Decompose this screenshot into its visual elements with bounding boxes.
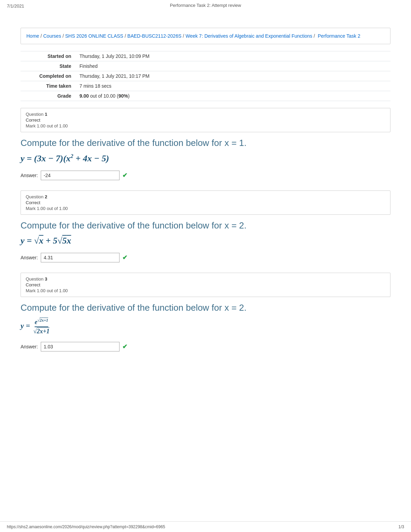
question-1-box: Question 1 Correct Mark 1.00 out of 1.00 (21, 108, 390, 132)
question-1-number: 1 (45, 112, 47, 117)
question-1-correct-icon: ✔ (122, 172, 127, 179)
question-3-formula: y = e√2x+1 √2x+1 (21, 318, 390, 335)
breadcrumb-sep-5: / (314, 32, 315, 40)
footer-url: https://shs2.amaesonline.com/2026/mod/qu… (7, 524, 165, 529)
grade-strong: 9.00 (79, 93, 89, 99)
question-3-box: Question 3 Correct Mark 1.00 out of 1.00 (21, 273, 390, 297)
question-1-formula: y = (3x − 7)(x2 + 4x − 5) (21, 153, 390, 164)
question-1-mark: Mark 1.00 out of 1.00 (26, 123, 385, 128)
question-2-answer-input[interactable] (41, 253, 120, 262)
question-3-title: Compute for the derivative of the functi… (21, 302, 390, 313)
question-3-answer-label: Answer: (21, 344, 38, 349)
breadcrumb-sep-1: / (40, 32, 42, 40)
question-1-answer-label: Answer: (21, 173, 38, 178)
question-1-label: Question 1 (26, 112, 385, 117)
question-3-prefix: Question (26, 276, 43, 282)
question-1-answer-input[interactable] (41, 171, 120, 180)
question-3-label: Question 3 (26, 276, 385, 282)
started-label: Started on (21, 51, 75, 61)
info-table: Started on Thursday, 1 July 2021, 10:09 … (21, 51, 390, 101)
question-2-answer-label: Answer: (21, 255, 38, 260)
footer-page: 1/3 (398, 524, 404, 529)
question-1-answer-row: Answer: ✔ (21, 171, 390, 180)
time-label: Time taken (21, 81, 75, 91)
question-3-answer-input[interactable] (41, 342, 120, 351)
breadcrumb-section: Home / Courses / SHS 2026 ONLINE CLASS /… (21, 28, 390, 44)
question-2-mark: Mark 1.00 out of 1.00 (26, 206, 385, 211)
info-started-row: Started on Thursday, 1 July 2021, 10:09 … (21, 51, 390, 61)
started-value: Thursday, 1 July 2021, 10:09 PM (75, 51, 390, 61)
question-3-status: Correct (26, 282, 385, 287)
time-value: 7 mins 18 secs (75, 81, 390, 91)
top-bar: 7/1/2021 Performance Task 2: Attempt rev… (0, 0, 411, 11)
question-1-title: Compute for the derivative of the functi… (21, 138, 390, 148)
question-2-title: Compute for the derivative of the functi… (21, 220, 390, 231)
info-completed-row: Completed on Thursday, 1 July 2021, 10:1… (21, 71, 390, 81)
info-grade-row: Grade 9.00 out of 10.00 (90%) (21, 91, 390, 101)
question-1-status: Correct (26, 117, 385, 123)
question-1-content: Compute for the derivative of the functi… (21, 138, 390, 180)
info-state-row: State Finished (21, 61, 390, 71)
breadcrumb-week[interactable]: Week 7: Derivatives of Algebraic and Exp… (186, 32, 312, 40)
completed-label: Completed on (21, 71, 75, 81)
breadcrumb-courses[interactable]: Courses (43, 32, 61, 40)
question-2-number: 2 (45, 194, 47, 199)
question-2-label: Question 2 (26, 194, 385, 199)
question-2-box: Question 2 Correct Mark 1.00 out of 1.00 (21, 190, 390, 215)
question-2-answer-row: Answer: ✔ (21, 253, 390, 262)
page-date: 7/1/2021 (7, 3, 24, 9)
question-2-status: Correct (26, 200, 385, 205)
question-3-answer-row: Answer: ✔ (21, 342, 390, 351)
info-time-row: Time taken 7 mins 18 secs (21, 81, 390, 91)
question-2-formula: y = √x + 5√5x (21, 236, 390, 246)
breadcrumb-sep-2: / (62, 32, 64, 40)
grade-value: 9.00 out of 10.00 (90%) (75, 91, 390, 101)
grade-label: Grade (21, 91, 75, 101)
state-label: State (21, 61, 75, 71)
state-value: Finished (75, 61, 390, 71)
question-2-correct-icon: ✔ (122, 254, 127, 261)
breadcrumb-course[interactable]: BAED-BUSC2112-2026S (127, 32, 182, 40)
question-2-content: Compute for the derivative of the functi… (21, 220, 390, 262)
page-title: Performance Task 2: Attempt review (170, 3, 241, 8)
page-footer: https://shs2.amaesonline.com/2026/mod/qu… (0, 521, 411, 532)
question-3-content: Compute for the derivative of the functi… (21, 302, 390, 351)
breadcrumb-class[interactable]: SHS 2026 ONLINE CLASS (65, 32, 123, 40)
breadcrumb-sep-3: / (125, 32, 126, 40)
question-3-mark: Mark 1.00 out of 1.00 (26, 288, 385, 293)
question-1-prefix: Question (26, 112, 43, 117)
grade-pct: 90% (119, 93, 128, 99)
breadcrumb-sep-4: / (183, 32, 184, 40)
question-3-correct-icon: ✔ (122, 343, 127, 350)
completed-value: Thursday, 1 July 2021, 10:17 PM (75, 71, 390, 81)
question-3-number: 3 (45, 276, 47, 282)
question-2-prefix: Question (26, 194, 43, 199)
breadcrumb-task[interactable]: Performance Task 2 (318, 32, 360, 40)
breadcrumb-home[interactable]: Home (26, 32, 39, 40)
breadcrumb: Home / Courses / SHS 2026 ONLINE CLASS /… (26, 32, 385, 40)
